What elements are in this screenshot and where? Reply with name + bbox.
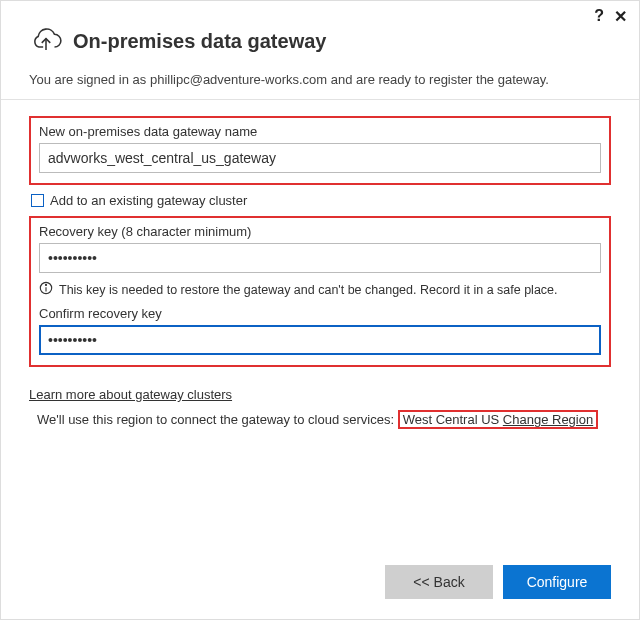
gateway-name-label: New on-premises data gateway name bbox=[39, 124, 601, 139]
recovery-key-section: Recovery key (8 character minimum) This … bbox=[29, 216, 611, 367]
add-cluster-checkbox[interactable] bbox=[31, 194, 44, 207]
signed-in-text: You are signed in as phillipc@adventure-… bbox=[1, 68, 639, 100]
close-icon[interactable]: ✕ bbox=[614, 7, 627, 26]
learn-more-link[interactable]: Learn more about gateway clusters bbox=[29, 387, 232, 402]
gateway-name-input[interactable] bbox=[39, 143, 601, 173]
recovery-key-label: Recovery key (8 character minimum) bbox=[39, 224, 601, 239]
region-name: West Central US bbox=[403, 412, 503, 427]
recovery-key-info: This key is needed to restore the gatewa… bbox=[39, 281, 601, 298]
recovery-key-input[interactable] bbox=[39, 243, 601, 273]
svg-point-2 bbox=[45, 284, 46, 285]
dialog-footer: << Back Configure bbox=[385, 565, 611, 599]
cloud-upload-icon bbox=[29, 23, 63, 60]
region-text: We'll use this region to connect the gat… bbox=[37, 410, 611, 429]
add-cluster-row[interactable]: Add to an existing gateway cluster bbox=[31, 193, 611, 208]
info-icon bbox=[39, 281, 53, 298]
dialog-title: On-premises data gateway bbox=[73, 30, 326, 53]
back-button[interactable]: << Back bbox=[385, 565, 493, 599]
configure-button[interactable]: Configure bbox=[503, 565, 611, 599]
dialog-header: On-premises data gateway bbox=[1, 1, 639, 68]
confirm-key-label: Confirm recovery key bbox=[39, 306, 601, 321]
help-icon[interactable]: ? bbox=[594, 7, 604, 26]
gateway-name-section: New on-premises data gateway name bbox=[29, 116, 611, 185]
confirm-key-input[interactable] bbox=[39, 325, 601, 355]
change-region-link[interactable]: Change Region bbox=[503, 412, 593, 427]
add-cluster-label: Add to an existing gateway cluster bbox=[50, 193, 247, 208]
